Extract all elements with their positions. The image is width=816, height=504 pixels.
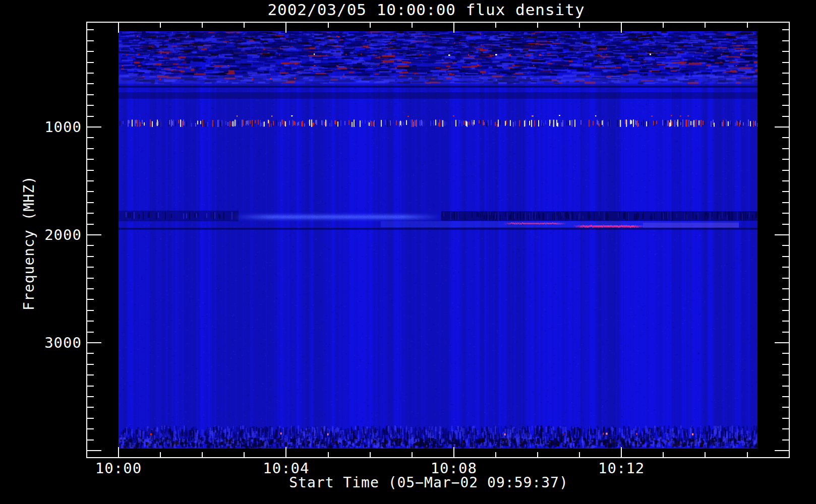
y-minor-tick-right-2600 bbox=[782, 299, 789, 300]
y-minor-tick-right-3900 bbox=[782, 439, 789, 440]
y-minor-tick-right-400 bbox=[782, 62, 789, 63]
x-minor-tick-bottom-1 bbox=[160, 452, 161, 457]
y-minor-tick-right-1400 bbox=[782, 170, 789, 171]
y-minor-tick-right-900 bbox=[782, 116, 789, 117]
y-minor-tick-700 bbox=[87, 94, 94, 95]
y-minor-tick-900 bbox=[87, 116, 94, 117]
y-minor-tick-3900 bbox=[87, 439, 94, 440]
y-minor-tick-2500 bbox=[87, 288, 94, 289]
x-major-tick-bottom-0 bbox=[118, 447, 119, 457]
y-minor-tick-right-1700 bbox=[782, 202, 789, 203]
y-axis-title: Frequency (MHZ) bbox=[21, 175, 37, 310]
y-minor-tick-3200 bbox=[87, 364, 94, 365]
y-minor-tick-right-1100 bbox=[782, 137, 789, 138]
y-minor-tick-3100 bbox=[87, 353, 94, 354]
x-minor-tick-bottom-14 bbox=[705, 452, 706, 457]
y-minor-tick-right-1200 bbox=[782, 148, 789, 149]
x-minor-tick-bottom-3 bbox=[244, 452, 245, 457]
y-minor-tick-right-300 bbox=[782, 51, 789, 52]
y-major-tick-3000 bbox=[87, 342, 101, 343]
y-tick-label-1000: 1000 bbox=[21, 119, 82, 135]
y-minor-tick-3800 bbox=[87, 428, 94, 429]
y-minor-tick-2300 bbox=[87, 267, 94, 268]
y-minor-tick-right-2100 bbox=[782, 245, 789, 246]
y-minor-tick-right-1600 bbox=[782, 191, 789, 192]
y-minor-tick-right-2400 bbox=[782, 278, 789, 279]
y-minor-tick-right-2300 bbox=[782, 267, 789, 268]
y-minor-tick-right-3100 bbox=[782, 353, 789, 354]
y-major-tick-right-3000 bbox=[775, 342, 789, 343]
y-major-tick-right-2000 bbox=[775, 234, 789, 235]
y-minor-tick-1500 bbox=[87, 180, 94, 181]
y-major-tick-right-4000 bbox=[775, 450, 789, 451]
x-minor-tick-2 bbox=[202, 23, 203, 28]
y-minor-tick-1200 bbox=[87, 148, 94, 149]
y-minor-tick-right-1500 bbox=[782, 180, 789, 181]
y-minor-tick-2100 bbox=[87, 245, 94, 246]
x-minor-tick-bottom-7 bbox=[412, 452, 413, 457]
y-minor-tick-2200 bbox=[87, 256, 94, 257]
y-minor-tick-100 bbox=[87, 29, 94, 30]
y-minor-tick-1600 bbox=[87, 191, 94, 192]
y-minor-tick-600 bbox=[87, 83, 94, 84]
x-minor-tick-11 bbox=[579, 23, 580, 28]
x-minor-tick-bottom-5 bbox=[328, 452, 329, 457]
y-minor-tick-right-2700 bbox=[782, 310, 789, 311]
x-major-tick-bottom-8 bbox=[453, 447, 454, 457]
y-minor-tick-right-2800 bbox=[782, 321, 789, 322]
y-minor-tick-right-700 bbox=[782, 94, 789, 95]
y-major-tick-1000 bbox=[87, 127, 101, 128]
y-minor-tick-right-100 bbox=[782, 29, 789, 30]
y-minor-tick-1900 bbox=[87, 224, 94, 225]
x-minor-tick-5 bbox=[328, 23, 329, 28]
y-minor-tick-right-3500 bbox=[782, 396, 789, 397]
x-minor-tick-bottom-10 bbox=[537, 452, 538, 457]
y-minor-tick-2700 bbox=[87, 310, 94, 311]
y-minor-tick-3400 bbox=[87, 386, 94, 387]
y-minor-tick-3500 bbox=[87, 396, 94, 397]
x-minor-tick-14 bbox=[705, 23, 706, 28]
y-minor-tick-right-800 bbox=[782, 105, 789, 106]
y-minor-tick-3600 bbox=[87, 407, 94, 408]
x-minor-tick-15 bbox=[747, 23, 748, 28]
y-minor-tick-right-3300 bbox=[782, 374, 789, 375]
chart-title: 2002/03/05 10:00:00 flux density bbox=[87, 1, 766, 19]
y-minor-tick-right-3600 bbox=[782, 407, 789, 408]
y-minor-tick-right-200 bbox=[782, 40, 789, 41]
y-minor-tick-right-2500 bbox=[782, 288, 789, 289]
y-tick-label-2000: 2000 bbox=[21, 227, 82, 243]
y-minor-tick-200 bbox=[87, 40, 94, 41]
y-minor-tick-right-500 bbox=[782, 73, 789, 74]
x-major-tick-bottom-4 bbox=[285, 447, 286, 457]
y-minor-tick-1800 bbox=[87, 213, 94, 214]
x-minor-tick-bottom-9 bbox=[495, 452, 496, 457]
y-minor-tick-right-3800 bbox=[782, 428, 789, 429]
axes-frame bbox=[86, 22, 790, 458]
x-minor-tick-7 bbox=[412, 23, 413, 28]
x-major-tick-0 bbox=[118, 23, 119, 33]
x-minor-tick-bottom-13 bbox=[663, 452, 664, 457]
y-minor-tick-2800 bbox=[87, 321, 94, 322]
y-minor-tick-800 bbox=[87, 105, 94, 106]
y-minor-tick-1400 bbox=[87, 170, 94, 171]
y-minor-tick-right-3200 bbox=[782, 364, 789, 365]
y-minor-tick-right-1900 bbox=[782, 224, 789, 225]
x-minor-tick-9 bbox=[495, 23, 496, 28]
y-major-tick-2000 bbox=[87, 234, 101, 235]
x-minor-tick-bottom-6 bbox=[370, 452, 371, 457]
y-minor-tick-right-3400 bbox=[782, 386, 789, 387]
y-minor-tick-2600 bbox=[87, 299, 94, 300]
y-minor-tick-right-2200 bbox=[782, 256, 789, 257]
y-minor-tick-500 bbox=[87, 73, 94, 74]
y-minor-tick-1100 bbox=[87, 137, 94, 138]
x-minor-tick-bottom-11 bbox=[579, 452, 580, 457]
x-minor-tick-6 bbox=[370, 23, 371, 28]
y-tick-label-3000: 3000 bbox=[21, 335, 82, 351]
y-minor-tick-right-1300 bbox=[782, 159, 789, 160]
y-minor-tick-right-3700 bbox=[782, 418, 789, 419]
y-minor-tick-1700 bbox=[87, 202, 94, 203]
x-major-tick-4 bbox=[285, 23, 286, 33]
y-minor-tick-3700 bbox=[87, 418, 94, 419]
spectrogram-figure: 2002/03/05 10:00:00 flux density Frequen… bbox=[0, 0, 816, 504]
y-minor-tick-300 bbox=[87, 51, 94, 52]
